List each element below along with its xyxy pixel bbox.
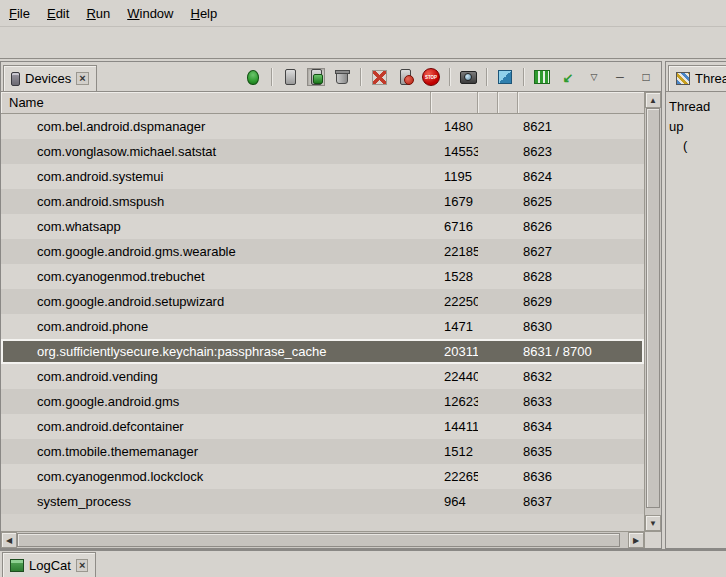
vertical-scrollbar: ▲ ▼ xyxy=(644,92,661,531)
menu-edit[interactable]: Edit xyxy=(47,6,69,21)
process-name: com.android.defcontainer xyxy=(1,419,431,434)
close-icon[interactable]: × xyxy=(76,559,88,572)
update-threads-icon[interactable] xyxy=(370,68,388,86)
systrace-icon[interactable] xyxy=(533,68,551,86)
minimize-icon[interactable] xyxy=(611,68,629,86)
tab-devices[interactable]: Devices × xyxy=(3,65,97,91)
table-row[interactable]: com.vonglasow.michael.satstat 14553 8623 xyxy=(1,139,644,164)
table-row[interactable]: com.whatsapp 6716 8626 xyxy=(1,214,644,239)
tab-devices-label: Devices xyxy=(25,71,71,86)
opengl-trace-icon[interactable] xyxy=(559,68,577,86)
process-pid: 1480 xyxy=(431,119,478,134)
devices-toolbar xyxy=(244,68,661,91)
column-header-empty-2[interactable] xyxy=(498,92,518,113)
process-port: 8630 xyxy=(518,319,644,334)
view-hierarchy-icon[interactable] xyxy=(496,68,514,86)
process-port: 8627 xyxy=(518,244,644,259)
process-port: 8631 / 8700 xyxy=(518,344,644,359)
table-row[interactable]: com.android.systemui 1195 8624 xyxy=(1,164,644,189)
vertical-scrollbar-thumb[interactable] xyxy=(646,108,660,508)
process-name: com.bel.android.dspmanager xyxy=(1,119,431,134)
table-row[interactable]: com.tmobile.thememanager 1512 8635 xyxy=(1,439,644,464)
debug-icon[interactable] xyxy=(244,68,262,86)
process-port: 8632 xyxy=(518,369,644,384)
table-row[interactable]: com.google.android.gms 12623 8633 xyxy=(1,389,644,414)
process-port: 8626 xyxy=(518,219,644,234)
process-name: com.google.android.setupwizard xyxy=(1,294,431,309)
vertical-scrollbar-trough[interactable] xyxy=(645,508,661,515)
process-port: 8637 xyxy=(518,494,644,509)
toolbar-separator xyxy=(449,68,450,86)
scroll-left-icon[interactable]: ◀ xyxy=(1,532,17,548)
heap-icon[interactable] xyxy=(281,68,299,86)
column-header-name[interactable]: Name xyxy=(1,92,431,113)
column-header-empty-1[interactable] xyxy=(478,92,498,113)
process-port: 8625 xyxy=(518,194,644,209)
menu-run[interactable]: Run xyxy=(86,6,110,21)
scroll-up-icon[interactable]: ▲ xyxy=(645,92,661,108)
gc-icon[interactable] xyxy=(333,68,351,86)
column-header-port[interactable] xyxy=(518,92,644,113)
method-profiling-icon[interactable] xyxy=(396,68,414,86)
main-area: Devices × Name com.bel.android.dspmanage… xyxy=(0,59,726,549)
process-pid: 14553 xyxy=(431,144,478,159)
close-icon[interactable]: × xyxy=(76,72,88,85)
menu-bar: File Edit Run Window Help xyxy=(0,0,726,26)
table-row[interactable]: com.android.phone 1471 8630 xyxy=(1,314,644,339)
eclipse-ddms-window: File Edit Run Window Help Devices × Name xyxy=(0,0,726,577)
process-port: 8623 xyxy=(518,144,644,159)
process-name: com.google.android.gms.wearable xyxy=(1,244,431,259)
process-table-area: Name com.bel.android.dspmanager 1480 862… xyxy=(1,92,661,548)
column-header-pid[interactable] xyxy=(431,92,478,113)
table-row[interactable]: org.sufficientlysecure.keychain:passphra… xyxy=(1,339,644,364)
table-row[interactable]: com.cyanogenmod.trebuchet 1528 8628 xyxy=(1,264,644,289)
process-port: 8633 xyxy=(518,394,644,409)
table-row[interactable]: system_process 964 8637 xyxy=(1,489,644,514)
process-pid: 964 xyxy=(431,494,478,509)
toolbar-separator xyxy=(486,68,487,86)
process-name: org.sufficientlysecure.keychain:passphra… xyxy=(1,344,431,359)
stop-process-icon[interactable] xyxy=(422,68,440,86)
logcat-icon xyxy=(10,559,24,572)
table-row[interactable]: com.cyanogenmod.lockclock 22265 8636 xyxy=(1,464,644,489)
menu-help[interactable]: Help xyxy=(190,6,217,21)
threads-message-line1: Thread up xyxy=(669,97,723,136)
scroll-down-icon[interactable]: ▼ xyxy=(645,515,661,531)
horizontal-scrollbar-thumb[interactable] xyxy=(17,533,620,547)
table-row[interactable]: com.bel.android.dspmanager 1480 8621 xyxy=(1,114,644,139)
tab-logcat[interactable]: LogCat × xyxy=(2,552,96,577)
devices-view: Devices × Name com.bel.android.dspmanage… xyxy=(0,61,662,549)
process-pid: 1512 xyxy=(431,444,478,459)
maximize-icon[interactable] xyxy=(637,68,655,86)
process-pid: 20311 xyxy=(431,344,478,359)
menu-window[interactable]: Window xyxy=(127,6,173,21)
process-port: 8629 xyxy=(518,294,644,309)
scroll-right-icon[interactable]: ▶ xyxy=(628,532,644,548)
threads-icon xyxy=(676,72,690,85)
table-row[interactable]: com.google.android.gms.wearable 22185 86… xyxy=(1,239,644,264)
process-name: system_process xyxy=(1,494,431,509)
table-row[interactable]: com.android.smspush 1679 8625 xyxy=(1,189,644,214)
horizontal-scrollbar-trough[interactable] xyxy=(620,532,628,548)
process-port: 8636 xyxy=(518,469,644,484)
scrollbar-corner xyxy=(644,531,661,548)
process-name: com.android.smspush xyxy=(1,194,431,209)
screen-capture-icon[interactable] xyxy=(459,68,477,86)
main-toolbar xyxy=(0,26,726,59)
process-pid: 22265 xyxy=(431,469,478,484)
view-menu-icon[interactable] xyxy=(585,68,603,86)
update-heap-icon[interactable] xyxy=(307,68,325,86)
process-pid: 1471 xyxy=(431,319,478,334)
threads-view: Threa Thread up ( xyxy=(665,61,726,549)
table-row[interactable]: com.android.vending 22440 8632 xyxy=(1,364,644,389)
process-port: 8634 xyxy=(518,419,644,434)
process-pid: 1195 xyxy=(431,169,478,184)
tab-threads-label: Threa xyxy=(695,71,726,86)
tab-threads[interactable]: Threa xyxy=(668,65,726,91)
table-row[interactable]: com.google.android.setupwizard 22250 862… xyxy=(1,289,644,314)
threads-message-line2: ( xyxy=(669,136,723,156)
menu-file[interactable]: File xyxy=(9,6,30,21)
process-table: com.bel.android.dspmanager 1480 8621 com… xyxy=(1,114,644,531)
process-name: com.android.vending xyxy=(1,369,431,384)
table-row[interactable]: com.android.defcontainer 14411 8634 xyxy=(1,414,644,439)
